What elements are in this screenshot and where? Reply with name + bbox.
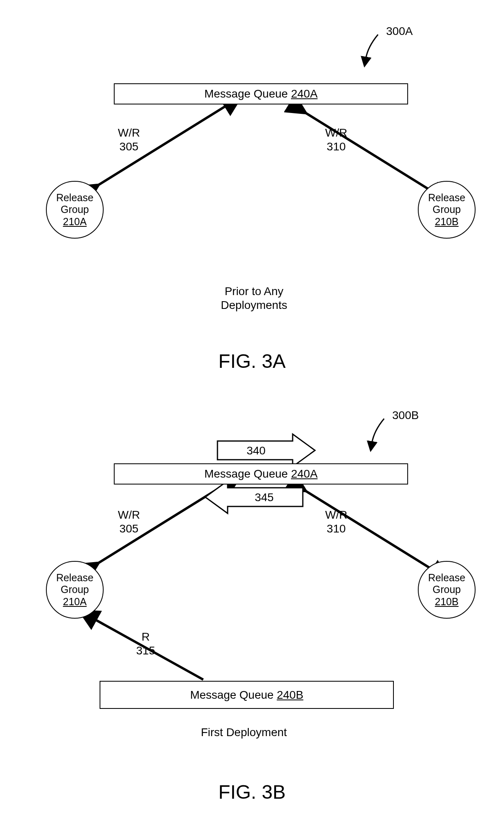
ref-pointer-300a [366,35,378,59]
wr-305-label-b: W/R305 [118,508,140,535]
arrow-wr-305-a [85,105,228,193]
release-group-210b-fig-a: Release Group 210B [418,181,476,239]
arrow-wr-305-b [85,483,228,571]
message-queue-240a-fig-a: Message Queue 240A [114,83,408,104]
page: 300A Message Queue 240A W/R305 W/R310 Re… [0,0,504,830]
release-group-210a-fig-b: Release Group 210A [46,561,104,619]
arrow-wr-310-a [293,105,435,193]
arrow-label-340: 340 [236,444,276,458]
queue-label: Message Queue 240A [204,87,318,100]
message-queue-240b-fig-b: Message Queue 240B [100,681,394,709]
release-group-210b-fig-b: Release Group 210B [418,561,476,619]
release-group-210a-fig-a: Release Group 210A [46,181,104,239]
caption-fig-b: First Deployment [187,726,301,739]
queue-label: Message Queue 240A [204,467,318,480]
arrow-label-345: 345 [244,491,285,504]
wr-305-label-a: W/R305 [118,126,140,153]
r-315-label: R315 [136,630,155,657]
caption-fig-a: Prior to AnyDeployments [197,285,311,312]
fig-label-3b: FIG. 3B [195,780,309,804]
wr-310-label-b: W/R310 [325,508,347,535]
message-queue-240a-fig-b: Message Queue 240A [114,463,408,485]
queue-label: Message Queue 240B [190,689,304,702]
ref-label-300b: 300B [392,408,419,422]
arrow-wr-310-b [293,483,435,571]
ref-label-300a: 300A [386,24,413,38]
ref-pointer-300b [372,419,384,443]
fig-label-3a: FIG. 3A [195,350,309,373]
wr-310-label-a: W/R310 [325,126,347,153]
